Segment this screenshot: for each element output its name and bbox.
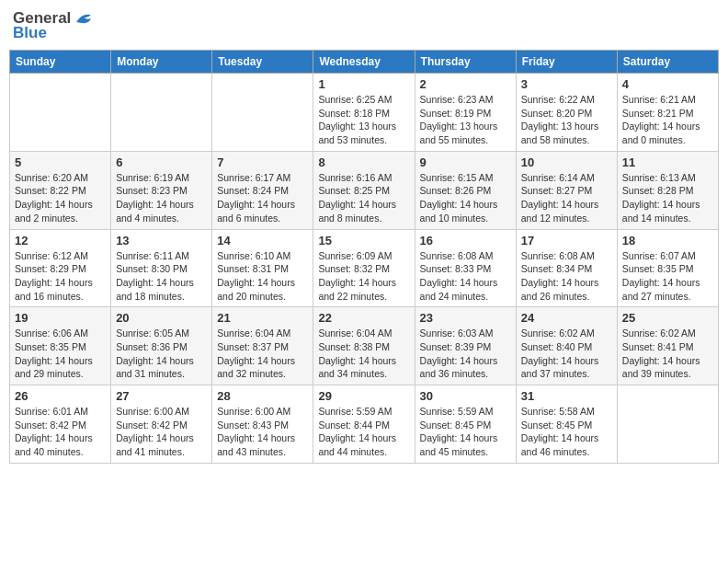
day-number: 2 [420, 77, 511, 91]
day-info: Sunrise: 6:13 AMSunset: 8:28 PMDaylight:… [622, 171, 713, 225]
day-info: Sunrise: 6:02 AMSunset: 8:40 PMDaylight:… [521, 327, 612, 381]
day-number: 21 [217, 311, 308, 325]
calendar-cell [212, 74, 313, 152]
day-info: Sunrise: 6:11 AMSunset: 8:30 PMDaylight:… [116, 249, 207, 304]
day-info: Sunrise: 6:06 AMSunset: 8:35 PMDaylight:… [15, 327, 106, 381]
calendar-header-row: SundayMondayTuesdayWednesdayThursdayFrid… [10, 51, 719, 74]
logo-bird-icon [74, 11, 95, 26]
day-number: 22 [318, 311, 409, 325]
day-number: 16 [420, 234, 511, 247]
day-number: 8 [318, 155, 409, 169]
day-info: Sunrise: 6:25 AMSunset: 8:18 PMDaylight:… [318, 93, 409, 147]
day-info: Sunrise: 6:19 AMSunset: 8:23 PMDaylight:… [116, 171, 207, 225]
day-number: 15 [318, 234, 409, 247]
col-header-saturday: Saturday [617, 51, 718, 74]
day-number: 19 [15, 311, 106, 325]
calendar-week-row: 1Sunrise: 6:25 AMSunset: 8:18 PMDaylight… [10, 74, 719, 152]
day-info: Sunrise: 6:17 AMSunset: 8:24 PMDaylight:… [217, 171, 308, 225]
calendar-cell [10, 74, 111, 152]
day-info: Sunrise: 5:59 AMSunset: 8:44 PMDaylight:… [318, 405, 409, 459]
day-info: Sunrise: 6:10 AMSunset: 8:31 PMDaylight:… [217, 249, 308, 304]
day-number: 26 [15, 389, 106, 403]
page-header: General Blue [9, 9, 719, 42]
calendar-cell: 22Sunrise: 6:04 AMSunset: 8:38 PMDayligh… [313, 307, 415, 385]
day-info: Sunrise: 6:23 AMSunset: 8:19 PMDaylight:… [420, 93, 511, 147]
day-info: Sunrise: 5:58 AMSunset: 8:45 PMDaylight:… [521, 405, 612, 459]
day-number: 4 [622, 77, 713, 91]
calendar-cell: 30Sunrise: 5:59 AMSunset: 8:45 PMDayligh… [415, 385, 516, 464]
logo-blue-text: Blue [13, 24, 47, 42]
day-info: Sunrise: 6:08 AMSunset: 8:33 PMDaylight:… [420, 249, 511, 304]
col-header-sunday: Sunday [10, 51, 111, 74]
day-number: 24 [521, 311, 612, 325]
calendar-cell: 8Sunrise: 6:16 AMSunset: 8:25 PMDaylight… [313, 151, 415, 229]
day-info: Sunrise: 6:08 AMSunset: 8:34 PMDaylight:… [521, 249, 612, 304]
calendar-cell: 7Sunrise: 6:17 AMSunset: 8:24 PMDaylight… [212, 151, 313, 229]
day-info: Sunrise: 6:04 AMSunset: 8:38 PMDaylight:… [318, 327, 409, 381]
day-info: Sunrise: 6:14 AMSunset: 8:27 PMDaylight:… [521, 171, 612, 225]
day-number: 17 [521, 234, 612, 247]
day-number: 29 [318, 389, 409, 403]
day-number: 31 [521, 389, 612, 403]
logo: General Blue [13, 9, 95, 42]
day-info: Sunrise: 6:21 AMSunset: 8:21 PMDaylight:… [622, 93, 713, 147]
day-info: Sunrise: 6:22 AMSunset: 8:20 PMDaylight:… [521, 93, 612, 147]
day-number: 1 [318, 77, 409, 91]
calendar-cell: 12Sunrise: 6:12 AMSunset: 8:29 PMDayligh… [10, 229, 111, 307]
day-info: Sunrise: 6:16 AMSunset: 8:25 PMDaylight:… [318, 171, 409, 225]
day-info: Sunrise: 6:00 AMSunset: 8:42 PMDaylight:… [116, 405, 207, 459]
day-info: Sunrise: 6:00 AMSunset: 8:43 PMDaylight:… [217, 405, 308, 459]
calendar-cell: 4Sunrise: 6:21 AMSunset: 8:21 PMDaylight… [617, 74, 718, 152]
day-info: Sunrise: 6:15 AMSunset: 8:26 PMDaylight:… [420, 171, 511, 225]
day-number: 30 [420, 389, 511, 403]
calendar-cell: 27Sunrise: 6:00 AMSunset: 8:42 PMDayligh… [111, 385, 212, 464]
calendar-cell: 25Sunrise: 6:02 AMSunset: 8:41 PMDayligh… [617, 307, 718, 385]
calendar-cell: 18Sunrise: 6:07 AMSunset: 8:35 PMDayligh… [617, 229, 718, 307]
calendar-cell: 1Sunrise: 6:25 AMSunset: 8:18 PMDaylight… [313, 74, 415, 152]
col-header-tuesday: Tuesday [212, 51, 313, 74]
day-number: 11 [622, 155, 713, 169]
calendar-cell: 24Sunrise: 6:02 AMSunset: 8:40 PMDayligh… [516, 307, 617, 385]
calendar-cell: 9Sunrise: 6:15 AMSunset: 8:26 PMDaylight… [415, 151, 516, 229]
day-number: 3 [521, 77, 612, 91]
day-info: Sunrise: 6:01 AMSunset: 8:42 PMDaylight:… [15, 405, 106, 459]
calendar-cell: 16Sunrise: 6:08 AMSunset: 8:33 PMDayligh… [415, 229, 516, 307]
day-number: 6 [116, 155, 207, 169]
calendar-cell: 15Sunrise: 6:09 AMSunset: 8:32 PMDayligh… [313, 229, 415, 307]
day-info: Sunrise: 6:12 AMSunset: 8:29 PMDaylight:… [15, 249, 106, 304]
calendar-cell: 14Sunrise: 6:10 AMSunset: 8:31 PMDayligh… [212, 229, 313, 307]
calendar-cell: 13Sunrise: 6:11 AMSunset: 8:30 PMDayligh… [111, 229, 212, 307]
day-info: Sunrise: 5:59 AMSunset: 8:45 PMDaylight:… [420, 405, 511, 459]
calendar-cell: 11Sunrise: 6:13 AMSunset: 8:28 PMDayligh… [617, 151, 718, 229]
day-number: 10 [521, 155, 612, 169]
calendar-cell: 31Sunrise: 5:58 AMSunset: 8:45 PMDayligh… [516, 385, 617, 464]
day-info: Sunrise: 6:03 AMSunset: 8:39 PMDaylight:… [420, 327, 511, 381]
calendar-cell: 20Sunrise: 6:05 AMSunset: 8:36 PMDayligh… [111, 307, 212, 385]
calendar-week-row: 19Sunrise: 6:06 AMSunset: 8:35 PMDayligh… [10, 307, 719, 385]
col-header-monday: Monday [111, 51, 212, 74]
day-info: Sunrise: 6:07 AMSunset: 8:35 PMDaylight:… [622, 249, 713, 304]
day-number: 23 [420, 311, 511, 325]
day-number: 12 [15, 234, 106, 247]
calendar-week-row: 5Sunrise: 6:20 AMSunset: 8:22 PMDaylight… [10, 151, 719, 229]
day-number: 13 [116, 234, 207, 247]
day-number: 18 [622, 234, 713, 247]
calendar-table: SundayMondayTuesdayWednesdayThursdayFrid… [9, 50, 719, 464]
calendar-week-row: 12Sunrise: 6:12 AMSunset: 8:29 PMDayligh… [10, 229, 719, 307]
calendar-cell: 2Sunrise: 6:23 AMSunset: 8:19 PMDaylight… [415, 74, 516, 152]
calendar-cell [617, 385, 718, 464]
col-header-friday: Friday [516, 51, 617, 74]
calendar-cell [111, 74, 212, 152]
day-number: 20 [116, 311, 207, 325]
calendar-cell: 10Sunrise: 6:14 AMSunset: 8:27 PMDayligh… [516, 151, 617, 229]
calendar-cell: 17Sunrise: 6:08 AMSunset: 8:34 PMDayligh… [516, 229, 617, 307]
day-number: 14 [217, 234, 308, 247]
day-number: 9 [420, 155, 511, 169]
calendar-cell: 29Sunrise: 5:59 AMSunset: 8:44 PMDayligh… [313, 385, 415, 464]
calendar-cell: 21Sunrise: 6:04 AMSunset: 8:37 PMDayligh… [212, 307, 313, 385]
day-number: 28 [217, 389, 308, 403]
day-info: Sunrise: 6:04 AMSunset: 8:37 PMDaylight:… [217, 327, 308, 381]
day-number: 27 [116, 389, 207, 403]
calendar-cell: 6Sunrise: 6:19 AMSunset: 8:23 PMDaylight… [111, 151, 212, 229]
calendar-cell: 5Sunrise: 6:20 AMSunset: 8:22 PMDaylight… [10, 151, 111, 229]
